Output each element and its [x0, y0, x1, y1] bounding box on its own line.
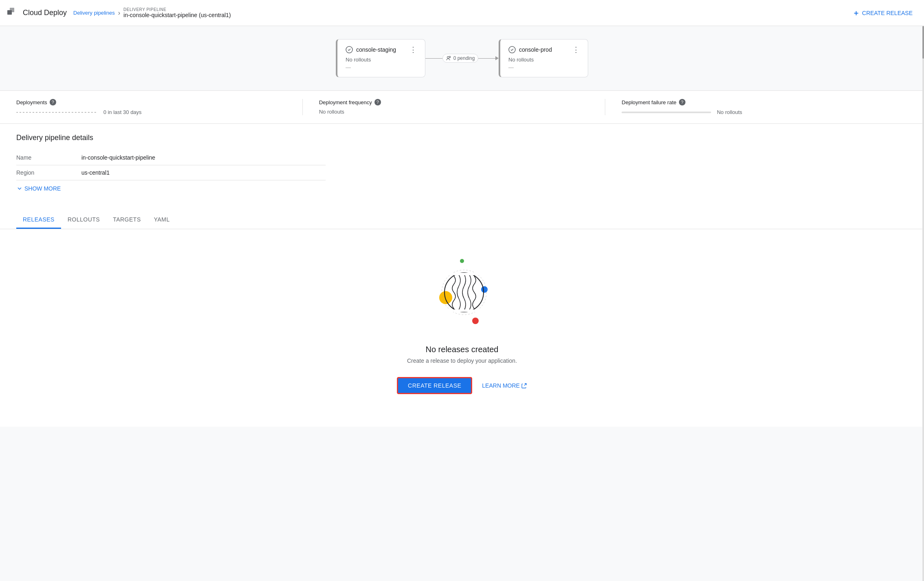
- metric-frequency-value: No rollouts: [319, 109, 589, 115]
- breadcrumb-separator: ›: [118, 9, 120, 17]
- stage-dash-staging: —: [346, 64, 417, 70]
- tab-targets[interactable]: TARGETS: [106, 211, 147, 229]
- stage-rollouts-prod: No rollouts: [508, 57, 580, 63]
- stage-header-prod: console-prod ⋮: [508, 46, 580, 53]
- svg-rect-14: [444, 309, 484, 312]
- metric-frequency-header: Deployment frequency ?: [319, 99, 589, 105]
- svg-point-9: [472, 318, 479, 324]
- failure-bar: [622, 112, 711, 113]
- tabs-container: RELEASES ROLLOUTS TARGETS YAML: [0, 211, 924, 229]
- add-icon: ＋: [852, 8, 860, 18]
- tab-rollouts[interactable]: ROLLOUTS: [61, 211, 106, 229]
- stage-header-staging: console-staging ⋮: [346, 46, 417, 53]
- learn-more-link[interactable]: LEARN MORE: [482, 382, 527, 389]
- stage-dash-prod: —: [508, 64, 580, 70]
- empty-state-svg: [421, 254, 503, 335]
- pipeline-stage-prod: console-prod ⋮ No rollouts —: [499, 39, 588, 77]
- failure-help-icon[interactable]: ?: [679, 99, 685, 105]
- deployments-help-icon[interactable]: ?: [50, 99, 56, 105]
- chevron-down-icon: [16, 185, 23, 192]
- show-more-label: SHOW MORE: [24, 185, 61, 192]
- frequency-help-icon[interactable]: ?: [374, 99, 381, 105]
- pipeline-diagram: console-staging ⋮ No rollouts — 0 pendin…: [16, 39, 908, 77]
- empty-title: No releases created: [426, 345, 499, 354]
- stage-name-row-prod: console-prod: [508, 46, 552, 53]
- show-more-button[interactable]: SHOW MORE: [16, 182, 61, 195]
- stage-name-row-staging: console-staging: [346, 46, 396, 53]
- details-key-name: Name: [16, 150, 81, 165]
- create-release-header-button[interactable]: ＋ CREATE RELEASE: [847, 5, 917, 21]
- scrollbar[interactable]: [922, 26, 924, 427]
- breadcrumb-current: DELIVERY PIPELINE in-console-quickstart-…: [123, 7, 231, 18]
- connector-line-right: [478, 58, 495, 59]
- connector-pending-label: 0 pending: [453, 55, 475, 61]
- svg-rect-13: [444, 273, 484, 275]
- metric-deployments-label: Deployments: [16, 99, 47, 105]
- metrics-section: Deployments ? 0 in last 30 days Deployme…: [0, 91, 924, 124]
- tab-releases[interactable]: RELEASES: [16, 211, 61, 229]
- svg-rect-1: [10, 8, 14, 12]
- create-release-main-button[interactable]: CREATE RELEASE: [397, 377, 472, 394]
- details-key-region: Region: [16, 165, 81, 180]
- empty-illustration: [421, 254, 503, 335]
- external-link-icon: [521, 383, 527, 388]
- app-logo: Cloud Deploy: [7, 7, 67, 19]
- people-icon: [446, 55, 452, 61]
- details-value-region: us-central1: [81, 165, 326, 180]
- pipeline-stage-staging: console-staging ⋮ No rollouts —: [336, 39, 425, 77]
- svg-point-10: [439, 291, 452, 304]
- scrollbar-thumb[interactable]: [922, 26, 924, 59]
- stage-menu-staging[interactable]: ⋮: [409, 46, 417, 53]
- svg-point-6: [460, 259, 464, 263]
- failure-count: No rollouts: [717, 109, 742, 115]
- deployments-count: 0 in last 30 days: [103, 109, 142, 115]
- stage-icon-staging: [346, 46, 353, 53]
- tab-yaml[interactable]: YAML: [147, 211, 176, 229]
- details-title: Delivery pipeline details: [16, 134, 908, 142]
- details-row-region: Region us-central1: [16, 165, 326, 180]
- svg-point-8: [481, 286, 488, 293]
- create-release-header-label: CREATE RELEASE: [862, 10, 913, 16]
- stage-name-prod: console-prod: [519, 46, 552, 53]
- stage-name-staging: console-staging: [356, 46, 396, 53]
- details-table: Name in-console-quickstart-pipeline Regi…: [16, 150, 326, 180]
- details-row-name: Name in-console-quickstart-pipeline: [16, 150, 326, 165]
- learn-more-label: LEARN MORE: [482, 382, 520, 389]
- arrow-right-icon: [495, 56, 499, 60]
- empty-actions: CREATE RELEASE LEARN MORE: [397, 377, 527, 394]
- metric-deployments-header: Deployments ?: [16, 99, 286, 105]
- empty-subtitle: Create a release to deploy your applicat…: [407, 357, 517, 364]
- deployments-bar: [16, 112, 98, 113]
- details-value-name: in-console-quickstart-pipeline: [81, 150, 326, 165]
- empty-state: No releases created Create a release to …: [0, 229, 924, 427]
- metric-deployments-value: 0 in last 30 days: [16, 109, 286, 115]
- pipeline-label: DELIVERY PIPELINE: [123, 7, 231, 12]
- connector-badge: 0 pending: [442, 54, 479, 63]
- svg-point-12: [444, 273, 484, 312]
- pipeline-name: in-console-quickstart-pipeline (us-centr…: [123, 12, 231, 18]
- delivery-pipelines-link[interactable]: Delivery pipelines: [73, 10, 115, 16]
- tabs-section: RELEASES ROLLOUTS TARGETS YAML: [0, 211, 924, 229]
- breadcrumb: Delivery pipelines › DELIVERY PIPELINE i…: [73, 7, 841, 18]
- metric-failure-value: No rollouts: [622, 109, 891, 115]
- pipeline-connector: 0 pending: [425, 54, 499, 63]
- metric-frequency-label: Deployment frequency: [319, 99, 372, 105]
- metric-failure-header: Deployment failure rate ?: [622, 99, 891, 105]
- metric-failure-label: Deployment failure rate: [622, 99, 676, 105]
- stage-menu-prod[interactable]: ⋮: [572, 46, 580, 53]
- svg-point-4: [449, 56, 451, 58]
- connector-line-left: [425, 58, 442, 59]
- app-header: Cloud Deploy Delivery pipelines › DELIVE…: [0, 0, 924, 26]
- metric-failure-rate: Deployment failure rate ? No rollouts: [622, 99, 908, 115]
- metric-deployments: Deployments ? 0 in last 30 days: [16, 99, 303, 115]
- cloud-deploy-logo-icon: [7, 7, 19, 19]
- metric-frequency: Deployment frequency ? No rollouts: [319, 99, 606, 115]
- stage-rollouts-staging: No rollouts: [346, 57, 417, 63]
- app-name: Cloud Deploy: [23, 9, 67, 17]
- details-section: Delivery pipeline details Name in-consol…: [0, 124, 924, 211]
- pipeline-section: console-staging ⋮ No rollouts — 0 pendin…: [0, 26, 924, 91]
- stage-icon-prod: [508, 46, 516, 53]
